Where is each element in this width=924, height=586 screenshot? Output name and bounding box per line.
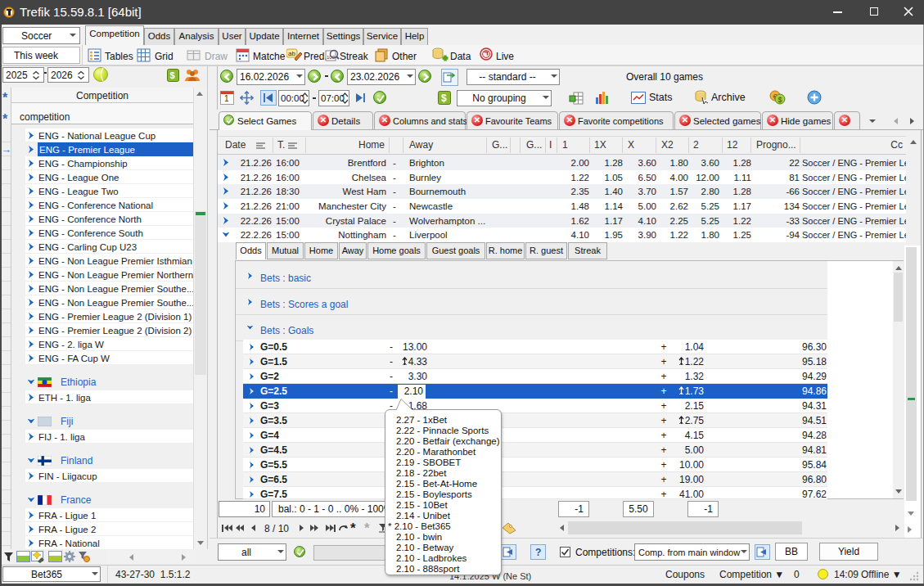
svg-text:$: $ [441,92,447,104]
svg-text:?: ? [535,547,541,558]
svg-text:$: $ [778,96,782,104]
svg-text:1: 1 [224,94,229,103]
svg-text:$: $ [170,70,175,80]
svg-text:ab: ab [288,50,295,57]
